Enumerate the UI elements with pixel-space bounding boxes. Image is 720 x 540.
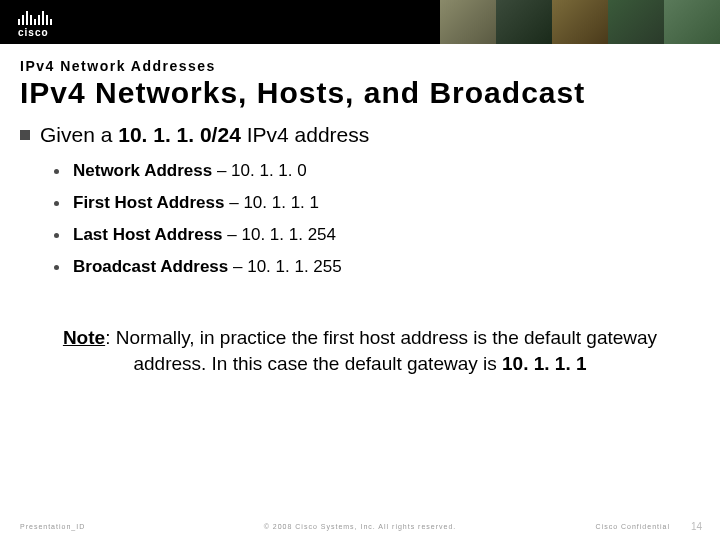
content-area: IPv4 Network Addresses IPv4 Networks, Ho… <box>0 44 720 540</box>
lead-text: Given a 10. 1. 1. 0/24 IPv4 address <box>40 123 369 147</box>
address-label: Broadcast Address <box>73 257 228 276</box>
dot-bullet-icon <box>54 233 59 238</box>
logo-text: cisco <box>18 27 49 38</box>
top-bar: cisco <box>0 0 720 44</box>
dot-bullet-icon <box>54 169 59 174</box>
footer: Presentation_ID © 2008 Cisco Systems, In… <box>0 523 720 530</box>
lead-suffix: IPv4 address <box>241 123 369 146</box>
slide-subtitle: IPv4 Network Addresses <box>20 58 700 74</box>
note-paragraph: Note: Normally, in practice the first ho… <box>20 325 700 376</box>
note-label: Note <box>63 327 105 348</box>
footer-presentation-id: Presentation_ID <box>20 523 85 530</box>
logo-bars-icon <box>18 7 52 25</box>
address-value: 10. 1. 1. 255 <box>247 257 342 276</box>
note-gateway: 10. 1. 1. 1 <box>502 353 587 374</box>
address-list: Network Address – 10. 1. 1. 0 First Host… <box>54 161 700 277</box>
lead-bold: 10. 1. 1. 0/24 <box>118 123 241 146</box>
list-item: First Host Address – 10. 1. 1. 1 <box>54 193 700 213</box>
address-line: First Host Address – 10. 1. 1. 1 <box>73 193 319 213</box>
address-label: Last Host Address <box>73 225 223 244</box>
address-label: First Host Address <box>73 193 224 212</box>
decorative-people-strip <box>440 0 720 44</box>
address-value: 10. 1. 1. 1 <box>243 193 319 212</box>
address-label: Network Address <box>73 161 212 180</box>
address-line: Broadcast Address – 10. 1. 1. 255 <box>73 257 342 277</box>
slide: cisco IPv4 Network Addresses IPv4 Networ… <box>0 0 720 540</box>
square-bullet-icon <box>20 130 30 140</box>
slide-title: IPv4 Networks, Hosts, and Broadcast <box>20 76 700 109</box>
lead-bullet-row: Given a 10. 1. 1. 0/24 IPv4 address <box>20 123 700 147</box>
address-value: 10. 1. 1. 254 <box>241 225 336 244</box>
footer-page-number: 14 <box>691 521 702 532</box>
address-line: Network Address – 10. 1. 1. 0 <box>73 161 307 181</box>
address-value: 10. 1. 1. 0 <box>231 161 307 180</box>
footer-confidential: Cisco Confidential <box>596 523 670 530</box>
dot-bullet-icon <box>54 265 59 270</box>
list-item: Network Address – 10. 1. 1. 0 <box>54 161 700 181</box>
list-item: Last Host Address – 10. 1. 1. 254 <box>54 225 700 245</box>
cisco-logo: cisco <box>18 7 52 38</box>
lead-prefix: Given a <box>40 123 118 146</box>
list-item: Broadcast Address – 10. 1. 1. 255 <box>54 257 700 277</box>
footer-copyright: © 2008 Cisco Systems, Inc. All rights re… <box>264 523 457 530</box>
dot-bullet-icon <box>54 201 59 206</box>
address-line: Last Host Address – 10. 1. 1. 254 <box>73 225 336 245</box>
